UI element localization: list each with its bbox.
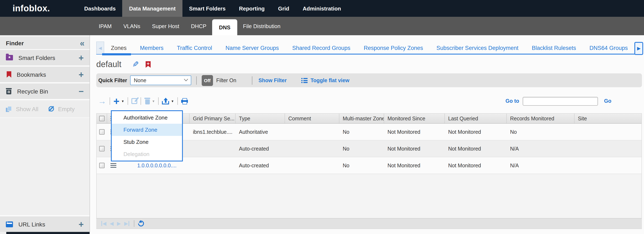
sub-nav-super-host[interactable]: Super Host bbox=[146, 17, 185, 35]
add-bookmark-icon[interactable] bbox=[146, 61, 151, 68]
smart-folder-icon bbox=[6, 55, 13, 60]
toggle-flat-view-link[interactable]: Toggle flat view bbox=[310, 77, 350, 83]
sub-nav-dns[interactable]: DNS bbox=[212, 19, 237, 35]
sidebar-bottom-bar bbox=[6, 232, 90, 234]
row-menu-icon[interactable] bbox=[110, 163, 116, 168]
menu-item-forward-zone[interactable]: Forward Zone bbox=[112, 124, 182, 136]
quick-filter-bar: Quick Filter None Off Filter On Show Fil… bbox=[96, 73, 642, 87]
top-nav-dashboards[interactable]: Dashboards bbox=[78, 0, 122, 17]
sub-nav-file-distribution[interactable]: File Distribution bbox=[237, 17, 286, 35]
toggle-flat-view-icon[interactable] bbox=[301, 78, 308, 83]
quick-filter-select[interactable]: None bbox=[130, 75, 191, 85]
cell-multi-master: No bbox=[339, 157, 384, 174]
divider bbox=[134, 220, 134, 227]
sidebar-item-recycle-bin[interactable]: Recycle Bin − bbox=[0, 83, 90, 100]
empty-button[interactable]: Empty bbox=[58, 105, 74, 112]
cell-grid-primary bbox=[190, 141, 236, 157]
cell-site bbox=[574, 124, 642, 140]
tab-subscriber-services-deployment[interactable]: Subscriber Services Deployment bbox=[436, 42, 518, 54]
goto-input[interactable] bbox=[522, 97, 598, 105]
sub-nav-ipam[interactable]: IPAM bbox=[93, 17, 118, 35]
cell-site bbox=[574, 141, 642, 157]
column-header-grid-primary[interactable]: Grid Primary Se... bbox=[190, 114, 236, 123]
sidebar-item-smart-folders[interactable]: Smart Folders + bbox=[0, 50, 90, 67]
smart-folders-expand-button[interactable]: + bbox=[78, 53, 84, 62]
top-nav-administration[interactable]: Administration bbox=[296, 0, 348, 17]
finder-header: Finder « bbox=[0, 37, 90, 50]
column-header-type[interactable]: Type bbox=[236, 114, 285, 123]
row-checkbox[interactable] bbox=[99, 163, 104, 168]
cell-comment bbox=[285, 157, 339, 174]
tab-blacklist-rulesets[interactable]: Blacklist Rulesets bbox=[532, 42, 576, 54]
divider bbox=[178, 97, 178, 105]
last-page-icon[interactable] bbox=[124, 221, 129, 226]
edit-icon[interactable] bbox=[132, 98, 137, 104]
move-arrow-icon[interactable] bbox=[98, 97, 106, 105]
url-links-expand-button[interactable]: + bbox=[78, 220, 84, 228]
top-nav-reporting[interactable]: Reporting bbox=[232, 0, 271, 17]
edit-title-icon[interactable] bbox=[132, 60, 139, 68]
recycle-bin-icon bbox=[6, 88, 12, 94]
column-header-records-monitored[interactable]: Records Monitored bbox=[507, 114, 574, 123]
add-zone-dropdown-caret-icon[interactable] bbox=[121, 99, 124, 103]
delete-dropdown-caret-icon[interactable] bbox=[152, 99, 155, 103]
top-nav-smart-folders[interactable]: Smart Folders bbox=[182, 0, 232, 17]
add-zone-button[interactable] bbox=[114, 96, 120, 106]
first-page-icon[interactable] bbox=[101, 221, 106, 226]
tab-name-server-groups[interactable]: Name Server Groups bbox=[226, 42, 279, 54]
collapse-sidebar-icon[interactable]: « bbox=[80, 39, 84, 47]
empty-icon bbox=[48, 106, 54, 111]
tabs-scroll-left-icon[interactable] bbox=[96, 42, 104, 54]
zone-link[interactable]: 1.0.0.0.0.0.0.0.... bbox=[137, 163, 176, 168]
bookmarks-expand-button[interactable]: + bbox=[78, 70, 84, 79]
top-nav-data-management[interactable]: Data Management bbox=[122, 0, 182, 17]
previous-page-icon[interactable] bbox=[110, 221, 114, 226]
menu-item-stub-zone[interactable]: Stub Zone bbox=[112, 136, 182, 148]
select-all-cell bbox=[97, 114, 107, 123]
sidebar-item-bookmarks[interactable]: Bookmarks + bbox=[0, 67, 90, 83]
cell-multi-master: No bbox=[339, 141, 384, 157]
tab-zones[interactable]: Zones bbox=[111, 42, 126, 54]
cell-grid-primary: ibns1.techblue.... bbox=[190, 124, 236, 140]
zones-toolbar: Go to Go bbox=[96, 96, 642, 106]
goto-label: Go to bbox=[506, 98, 519, 104]
view-tabbar: Zones Members Traffic Control Name Serve… bbox=[96, 42, 642, 55]
select-all-checkbox[interactable] bbox=[99, 116, 104, 121]
show-filter-link[interactable]: Show Filter bbox=[258, 77, 287, 83]
menu-item-authoritative-zone[interactable]: Authoritative Zone bbox=[112, 111, 182, 124]
recycle-bin-collapse-button[interactable]: − bbox=[78, 87, 84, 96]
column-header-monitored-since[interactable]: Monitored Since bbox=[384, 114, 445, 123]
import-export-icon[interactable] bbox=[162, 98, 169, 104]
tab-traffic-control[interactable]: Traffic Control bbox=[177, 42, 212, 54]
cell-monitored-since: Not Monitored bbox=[384, 141, 445, 157]
cell-records-monitored: N/A bbox=[507, 157, 574, 174]
refresh-icon[interactable] bbox=[137, 219, 145, 228]
cell-comment bbox=[285, 124, 339, 140]
sub-nav-vlans[interactable]: VLANs bbox=[118, 17, 146, 35]
cell-monitored-since: Not Monitored bbox=[384, 157, 445, 174]
filter-off-toggle[interactable]: Off bbox=[202, 75, 213, 86]
cell-records-monitored: No bbox=[507, 124, 574, 140]
import-export-dropdown-caret-icon[interactable] bbox=[171, 99, 174, 103]
print-icon[interactable] bbox=[181, 98, 188, 104]
go-button[interactable]: Go bbox=[604, 98, 611, 104]
cell-last-queried: Not Monitored bbox=[445, 124, 507, 140]
column-header-comment[interactable]: Comment bbox=[285, 114, 339, 123]
tab-dns64-groups[interactable]: DNS64 Groups bbox=[590, 42, 628, 54]
tab-shared-record-groups[interactable]: Shared Record Groups bbox=[292, 42, 350, 54]
delete-icon[interactable] bbox=[144, 98, 150, 104]
row-checkbox[interactable] bbox=[99, 129, 104, 135]
divider bbox=[158, 97, 159, 105]
tab-members[interactable]: Members bbox=[140, 42, 164, 54]
tab-response-policy-zones[interactable]: Response Policy Zones bbox=[364, 42, 423, 54]
sub-nav-dhcp[interactable]: DHCP bbox=[185, 17, 212, 35]
column-header-last-queried[interactable]: Last Queried bbox=[445, 114, 507, 123]
show-all-button[interactable]: Show All bbox=[16, 105, 38, 112]
top-nav-grid[interactable]: Grid bbox=[271, 0, 296, 17]
column-header-multi-master[interactable]: Multi-master Zone bbox=[339, 114, 384, 123]
next-page-icon[interactable] bbox=[117, 221, 121, 226]
row-checkbox[interactable] bbox=[99, 146, 104, 151]
column-header-site[interactable]: Site bbox=[574, 114, 642, 123]
sidebar-item-url-links[interactable]: URL Links + bbox=[0, 215, 90, 232]
tabs-scroll-right-icon[interactable] bbox=[634, 42, 643, 55]
